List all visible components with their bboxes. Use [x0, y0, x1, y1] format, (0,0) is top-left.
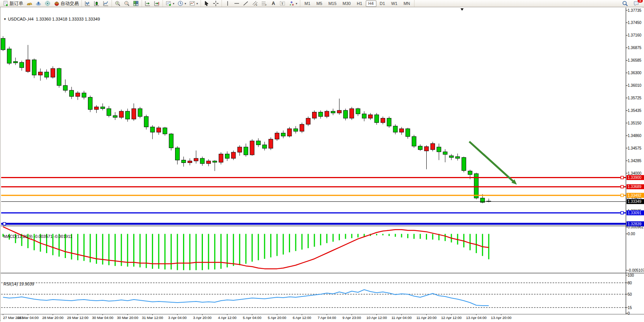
rsi-axis-tick: 100	[628, 273, 634, 277]
line-handle[interactable]	[621, 212, 623, 214]
timeframe-m15[interactable]: M15	[326, 0, 339, 7]
chart-bars-icon	[84, 0, 91, 6]
auto-scroll-button[interactable]	[143, 0, 152, 7]
time-axis-label: 7 Apr 04:00	[317, 316, 336, 320]
time-axis-label: 30 Mar 20:00	[117, 316, 138, 320]
new-chart-button[interactable]: ▾	[164, 0, 176, 7]
horizontal-line-button[interactable]	[232, 0, 241, 7]
new-order-label: 新订单	[10, 0, 23, 7]
chart-window[interactable]: 10080501500.0009620.00-0.00510727 Mar 20…	[0, 7, 643, 321]
chart-bars-button[interactable]	[83, 0, 92, 7]
crosshair-button[interactable]	[211, 0, 220, 7]
price-line-label: 1.33900	[626, 175, 644, 180]
time-axis-label: 5 Apr 04:00	[243, 316, 261, 320]
time-axis-label: 13 Apr 20:00	[491, 316, 512, 320]
chevron-down-icon[interactable]: ▾	[173, 2, 174, 5]
line-handle[interactable]	[621, 185, 623, 188]
chevron-down-icon[interactable]: ▾	[196, 2, 198, 5]
line-handle[interactable]	[621, 194, 623, 197]
vertical-line-icon	[225, 0, 231, 6]
toolbar-group: EFAT▾	[222, 0, 300, 7]
timeframe-w1[interactable]: W1	[389, 0, 400, 7]
timeframe-h4[interactable]: H4	[366, 0, 376, 7]
rsi-axis-tick: 80	[628, 281, 632, 285]
toolbar-group	[82, 0, 112, 7]
templates-button[interactable]: ▾	[188, 0, 199, 7]
timeframe-d1[interactable]: D1	[377, 0, 388, 7]
svg-text:T: T	[281, 2, 284, 6]
price-line-label: 1.33091	[626, 210, 644, 215]
trendline-button[interactable]	[241, 0, 250, 7]
price-axis-tick: 1.35435	[628, 108, 642, 113]
time-axis-label: 9 Apr 23:00	[343, 316, 361, 320]
chevron-down-icon[interactable]: ▾	[185, 2, 186, 5]
line-handle[interactable]	[621, 176, 623, 179]
price-line-label: 1.33689	[626, 184, 644, 189]
time-axis-label: 31 Mar 12:00	[142, 316, 163, 320]
cursor-button[interactable]	[202, 0, 211, 7]
chart-line-button[interactable]	[101, 0, 110, 7]
chart-candles-button[interactable]	[92, 0, 101, 7]
trendline-icon	[243, 0, 249, 6]
price-line-label: 1.32839	[626, 222, 644, 226]
macd-axis-tick: 0.00	[628, 232, 635, 236]
channel-button[interactable]: E	[250, 0, 260, 7]
time-axis-label: 11 Apr 04:00	[391, 316, 411, 320]
price-axis-tick: 1.36300	[628, 71, 642, 75]
chat-button[interactable]: 1	[632, 0, 641, 7]
time-axis-label: 10 Apr 12:00	[367, 316, 387, 320]
signals-button[interactable]	[43, 0, 52, 7]
text-button[interactable]: A	[269, 0, 278, 7]
svg-text:1.33900: 1.33900	[628, 175, 642, 180]
svg-text:F: F	[265, 4, 267, 6]
price-axis-tick: 1.37450	[628, 21, 642, 25]
timeframe-m1[interactable]: M1	[302, 0, 313, 7]
time-axis-label: 6 Apr 12:00	[293, 316, 311, 320]
periods-clock-button[interactable]: ▾	[176, 0, 188, 7]
search-button[interactable]	[620, 0, 630, 7]
time-axis-label: 12 Apr 12:00	[441, 316, 462, 320]
toolbar-group	[112, 0, 142, 7]
svg-text:1.33492: 1.33492	[628, 193, 642, 198]
time-axis-label: 11 Apr 20:00	[416, 316, 437, 320]
time-axis-label: 4 Apr 12:00	[218, 316, 237, 320]
chart-candles-icon	[94, 0, 100, 6]
time-axis-label: 13 Apr 04:00	[466, 316, 486, 320]
price-axis-tick: 1.34860	[628, 134, 642, 138]
chart-shift-button[interactable]	[152, 0, 161, 7]
timeframe-m30[interactable]: M30	[340, 0, 353, 7]
svg-text:1.33689: 1.33689	[628, 185, 642, 189]
timeframe-mn[interactable]: MN	[401, 0, 413, 7]
auto-trading-button[interactable]: 自动交易	[52, 0, 80, 7]
zoom-out-icon	[124, 0, 130, 6]
chart-plot[interactable]: 10080501500.0009620.00-0.00510727 Mar 20…	[0, 7, 644, 322]
time-axis-label: 3 Apr 04:00	[168, 316, 187, 320]
chevron-down-icon[interactable]: ▾	[296, 2, 297, 5]
shapes-icon	[289, 0, 295, 6]
new-order-button[interactable]: 新订单	[1, 0, 25, 7]
line-handle[interactable]	[3, 223, 6, 225]
timeframe-h1[interactable]: H1	[354, 0, 365, 7]
community-button[interactable]	[34, 0, 43, 7]
toolbar-group	[201, 0, 222, 7]
tile-windows-icon	[133, 0, 139, 6]
gold-button[interactable]	[25, 0, 34, 7]
timeframe-toolbar: M1M5M15M30H1H4D1W1MN	[300, 0, 414, 7]
vertical-line-button[interactable]	[223, 0, 232, 7]
time-axis-label: 3 Apr 20:00	[193, 316, 212, 320]
tile-windows-button[interactable]	[131, 0, 140, 7]
macd-axis-tick: -0.005107	[628, 268, 644, 273]
current-price-label: 1.33349	[626, 199, 644, 204]
time-axis-label: 29 Mar 12:00	[67, 316, 88, 320]
crosshair-icon	[213, 0, 219, 6]
text-label-button[interactable]: T	[278, 0, 287, 7]
auto-scroll-icon	[145, 0, 151, 6]
timeframe-m5[interactable]: M5	[314, 0, 325, 7]
zoom-in-button[interactable]	[113, 0, 122, 7]
svg-text:A: A	[272, 1, 275, 6]
svg-text:1.33091: 1.33091	[628, 211, 642, 215]
shapes-button[interactable]: ▾	[287, 0, 299, 7]
fibonacci-button[interactable]: F	[260, 0, 269, 7]
zoom-out-button[interactable]	[122, 0, 131, 7]
price-axis-tick: 1.36875	[628, 46, 642, 50]
